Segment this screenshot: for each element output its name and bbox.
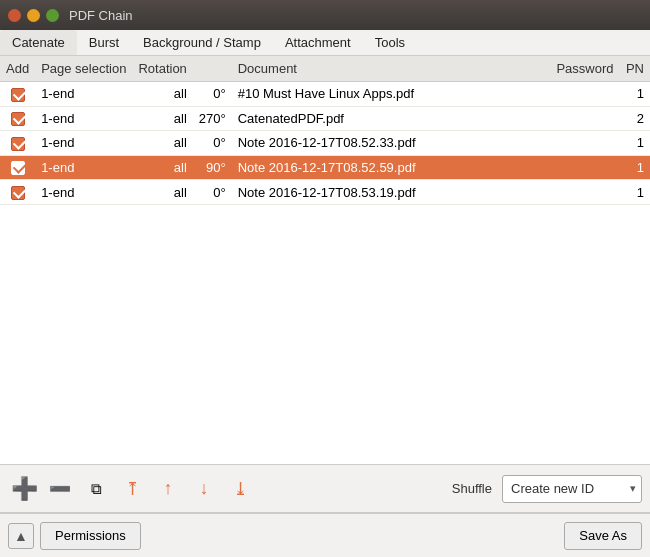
row-checkbox[interactable] bbox=[11, 88, 25, 102]
menu-item-tools[interactable]: Tools bbox=[363, 30, 417, 55]
row-page-selection: 1-end bbox=[35, 131, 132, 156]
rotation-text: all bbox=[174, 86, 187, 101]
table-row[interactable]: 1-endall0°Note 2016-12-17T08.52.33.pdf1 bbox=[0, 131, 650, 156]
rotation-text: all bbox=[174, 111, 187, 126]
plus-icon: ➕ bbox=[11, 476, 38, 502]
col-header-password: Password bbox=[550, 56, 620, 82]
move-down-icon: ↓ bbox=[200, 478, 209, 499]
titlebar: PDF Chain bbox=[0, 0, 650, 30]
row-degrees: 90° bbox=[193, 155, 232, 180]
row-rotation: all bbox=[132, 82, 192, 107]
up-arrow-icon: ▲ bbox=[14, 528, 28, 544]
row-page-selection: 1-end bbox=[35, 155, 132, 180]
rotation-text: all bbox=[174, 135, 187, 150]
move-up-button[interactable]: ↑ bbox=[152, 473, 184, 505]
row-password bbox=[550, 82, 620, 107]
row-document: Note 2016-12-17T08.52.59.pdf bbox=[232, 155, 550, 180]
id-mode-select[interactable]: Create new ID Keep existing ID bbox=[502, 475, 642, 503]
row-password bbox=[550, 131, 620, 156]
move-bottom-button[interactable]: ⤓ bbox=[224, 473, 256, 505]
row-document: #10 Must Have Linux Apps.pdf bbox=[232, 82, 550, 107]
col-header-rotation: Rotation bbox=[132, 56, 192, 82]
window-title: PDF Chain bbox=[69, 8, 133, 23]
shuffle-label: Shuffle bbox=[452, 481, 492, 496]
row-pn: 1 bbox=[620, 82, 650, 107]
row-document: Note 2016-12-17T08.52.33.pdf bbox=[232, 131, 550, 156]
minus-icon: ➖ bbox=[49, 478, 71, 500]
move-bottom-icon: ⤓ bbox=[233, 478, 248, 500]
row-rotation: all bbox=[132, 131, 192, 156]
row-checkbox[interactable] bbox=[11, 112, 25, 126]
row-pn: 1 bbox=[620, 180, 650, 205]
table-row[interactable]: 1-endall90°Note 2016-12-17T08.52.59.pdf1 bbox=[0, 155, 650, 180]
save-as-button[interactable]: Save As bbox=[564, 522, 642, 550]
move-top-button[interactable]: ⤒ bbox=[116, 473, 148, 505]
table-header-row: Add Page selection Rotation Document Pas… bbox=[0, 56, 650, 82]
menu-item-attachment[interactable]: Attachment bbox=[273, 30, 363, 55]
row-password bbox=[550, 155, 620, 180]
copy-icon: ⧉ bbox=[91, 480, 102, 498]
rotation-text: all bbox=[174, 185, 187, 200]
row-rotation: all bbox=[132, 155, 192, 180]
file-table-container: Add Page selection Rotation Document Pas… bbox=[0, 56, 650, 465]
maximize-button[interactable] bbox=[46, 9, 59, 22]
scroll-up-button[interactable]: ▲ bbox=[8, 523, 34, 549]
rotation-text: all bbox=[174, 160, 187, 175]
move-top-icon: ⤒ bbox=[125, 478, 140, 500]
row-checkbox[interactable] bbox=[11, 186, 25, 200]
row-document: Note 2016-12-17T08.53.19.pdf bbox=[232, 180, 550, 205]
copy-file-button[interactable]: ⧉ bbox=[80, 473, 112, 505]
col-header-pn: PN bbox=[620, 56, 650, 82]
id-dropdown-wrap: Create new ID Keep existing ID ▾ bbox=[502, 475, 642, 503]
remove-file-button[interactable]: ➖ bbox=[44, 473, 76, 505]
row-degrees: 0° bbox=[193, 82, 232, 107]
col-header-page-selection: Page selection bbox=[35, 56, 132, 82]
table-row[interactable]: 1-endall270°CatenatedPDF.pdf2 bbox=[0, 106, 650, 131]
col-header-add: Add bbox=[0, 56, 35, 82]
table-row[interactable]: 1-endall0°Note 2016-12-17T08.53.19.pdf1 bbox=[0, 180, 650, 205]
row-pn: 1 bbox=[620, 155, 650, 180]
row-rotation: all bbox=[132, 180, 192, 205]
col-header-degrees bbox=[193, 56, 232, 82]
permissions-button[interactable]: Permissions bbox=[40, 522, 141, 550]
table-row[interactable]: 1-endall0°#10 Must Have Linux Apps.pdf1 bbox=[0, 82, 650, 107]
add-file-button[interactable]: ➕ bbox=[8, 473, 40, 505]
close-button[interactable] bbox=[8, 9, 21, 22]
bottom-toolbar: ➕ ➖ ⧉ ⤒ ↑ ↓ ⤓ Shuffle Create new ID Keep… bbox=[0, 465, 650, 513]
menubar: Catenate Burst Background / Stamp Attach… bbox=[0, 30, 650, 56]
move-up-icon: ↑ bbox=[164, 478, 173, 499]
file-table: Add Page selection Rotation Document Pas… bbox=[0, 56, 650, 205]
row-page-selection: 1-end bbox=[35, 82, 132, 107]
row-rotation: all bbox=[132, 106, 192, 131]
menu-item-background-stamp[interactable]: Background / Stamp bbox=[131, 30, 273, 55]
row-page-selection: 1-end bbox=[35, 106, 132, 131]
minimize-button[interactable] bbox=[27, 9, 40, 22]
row-pn: 1 bbox=[620, 131, 650, 156]
statusbar: ▲ Permissions Save As bbox=[0, 513, 650, 557]
row-password bbox=[550, 180, 620, 205]
col-header-document: Document bbox=[232, 56, 550, 82]
row-degrees: 0° bbox=[193, 131, 232, 156]
row-password bbox=[550, 106, 620, 131]
row-degrees: 0° bbox=[193, 180, 232, 205]
row-checkbox[interactable] bbox=[11, 161, 25, 175]
menu-item-catenate[interactable]: Catenate bbox=[0, 30, 77, 55]
menu-item-burst[interactable]: Burst bbox=[77, 30, 131, 55]
row-document: CatenatedPDF.pdf bbox=[232, 106, 550, 131]
row-checkbox[interactable] bbox=[11, 137, 25, 151]
move-down-button[interactable]: ↓ bbox=[188, 473, 220, 505]
row-page-selection: 1-end bbox=[35, 180, 132, 205]
row-pn: 2 bbox=[620, 106, 650, 131]
row-degrees: 270° bbox=[193, 106, 232, 131]
